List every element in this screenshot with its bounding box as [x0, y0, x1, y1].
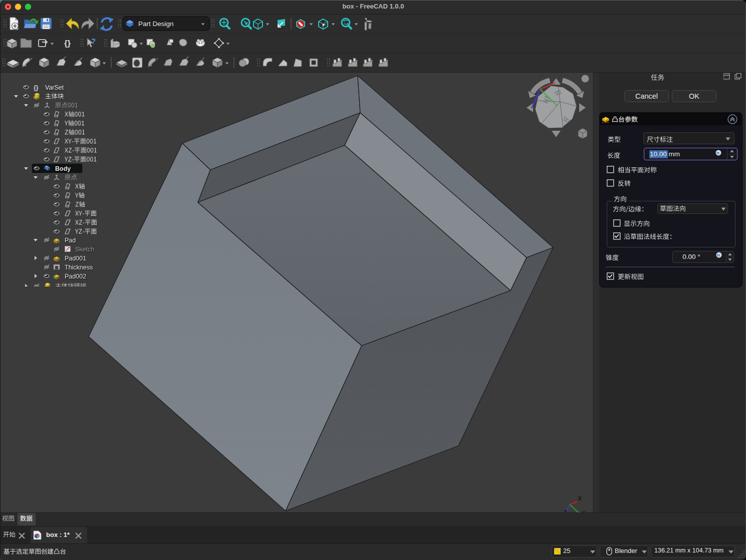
svg-text:fx: fx	[717, 253, 720, 257]
svg-text:fx: fx	[716, 151, 719, 155]
svg-text:Pad001: Pad001	[65, 255, 86, 262]
svg-text:VarSet: VarSet	[45, 84, 64, 91]
svg-text:X: X	[578, 496, 582, 501]
svg-text:Thickness: Thickness	[65, 264, 93, 271]
svg-text:Pad: Pad	[65, 237, 76, 244]
svg-text:{}: {}	[34, 84, 39, 91]
svg-text:Pad002: Pad002	[65, 273, 86, 280]
svg-text:?: ?	[91, 37, 96, 45]
svg-text:Part Design: Part Design	[138, 20, 174, 28]
svg-text:Body: Body	[55, 165, 71, 172]
svg-text:{}: {}	[64, 39, 71, 48]
svg-text:Sketch: Sketch	[75, 246, 94, 253]
